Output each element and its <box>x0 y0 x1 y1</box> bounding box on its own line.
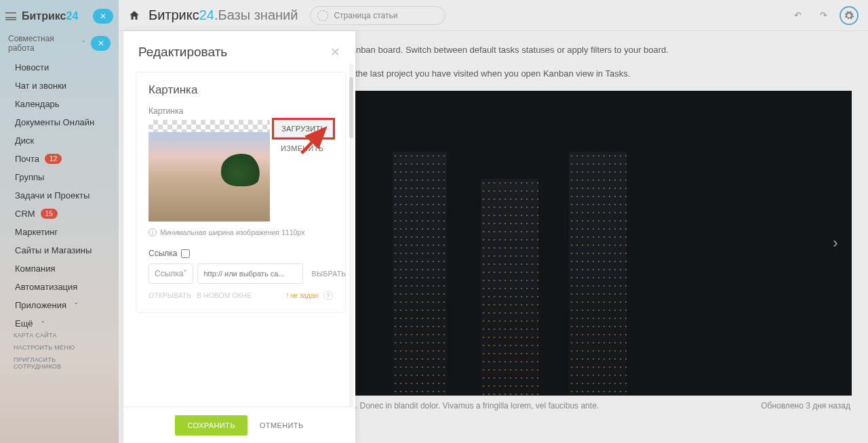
section-title: Совместная работа <box>8 34 79 53</box>
sidebar-item-label: Группы <box>15 172 44 182</box>
sidebar-item-label: Ещё <box>15 318 33 329</box>
choose-button[interactable]: ВЫБРАТЬ <box>307 263 350 284</box>
chevron-down-icon: ˅ <box>183 269 187 278</box>
sidebar-item-apps[interactable]: Приложения˅ <box>0 296 119 314</box>
sidebar-item-label: Диск <box>15 135 34 146</box>
hint-row: i Минимальная ширина изображения 1110px <box>149 228 333 236</box>
sidebar-item-calendar[interactable]: Календарь <box>0 95 119 113</box>
modal-body: Картинка Картинка ЗАГРУЗИТЬ ИЗМЕНИТЬ i М… <box>123 64 355 406</box>
edit-modal: Редактировать ✕ Картинка Картинка ЗАГРУЗ… <box>123 31 355 443</box>
sidebar-item-label: Сайты и Магазины <box>15 245 92 255</box>
field-label: Картинка <box>149 106 333 116</box>
scrollbar-thumb[interactable] <box>349 77 353 138</box>
sidebar-item-groups[interactable]: Группы <box>0 168 119 186</box>
sidebar-item-disk[interactable]: Диск <box>0 131 119 150</box>
save-button[interactable]: СОХРАНИТЬ <box>175 415 247 436</box>
link-controls: Ссылка ˅ ВЫБРАТЬ <box>149 263 333 284</box>
info-icon: i <box>149 228 157 236</box>
help-icon[interactable]: ? <box>323 291 333 300</box>
logo-text-1: Битрикс <box>22 10 66 22</box>
sidebar-item-more[interactable]: Ещё˅ <box>0 314 119 333</box>
sidebar-item-company[interactable]: Компания <box>0 259 119 278</box>
title-part: 24 <box>199 7 214 22</box>
left-sidebar: Битрикс24 ✕ Совместная работа ˄ ✕ Новост… <box>0 0 119 443</box>
sidebar-item-mail[interactable]: Почта12 <box>0 150 119 168</box>
link-configure-menu[interactable]: НАСТРОИТЬ МЕНЮ <box>14 344 105 351</box>
top-bar: Битрикс24.Базы знаний Страница статьи ↶ … <box>119 0 868 31</box>
open-mode: В НОВОМ ОКНЕ <box>197 291 252 299</box>
chevron-up-icon: ˄ <box>82 40 85 47</box>
url-input[interactable] <box>197 263 303 284</box>
menu-icon[interactable] <box>5 12 16 20</box>
sidebar-item-label: Компания <box>15 263 56 274</box>
logo-text-2: 24 <box>66 10 78 22</box>
sidebar-footer-links: КАРТА САЙТА НАСТРОИТЬ МЕНЮ ПРИГЛАСИТЬ СО… <box>0 332 119 375</box>
logo-row: Битрикс24 ✕ <box>0 4 119 28</box>
sidebar-item-label: CRM <box>15 209 35 219</box>
link-label: Ссылка <box>149 249 177 258</box>
topbar-actions: ↶ ↷ <box>788 6 859 25</box>
sidebar-item-label: Маркетинг <box>15 227 58 237</box>
decorative-building <box>569 152 627 396</box>
sidebar-item-label: Документы Онлайн <box>15 117 94 127</box>
gear-icon <box>844 10 854 21</box>
sidebar-item-label: Почта <box>15 154 39 164</box>
select-value: Ссылка <box>155 269 183 278</box>
sidebar-item-label: Новости <box>15 62 49 72</box>
sidebar-item-automation[interactable]: Автоматизация <box>0 278 119 296</box>
sidebar-item-sites[interactable]: Сайты и Магазины <box>0 241 119 259</box>
carousel-next-button[interactable]: › <box>825 232 846 254</box>
sidebar-item-docs[interactable]: Документы Онлайн <box>0 113 119 131</box>
open-mode-row: ОТКРЫВАТЬ В НОВОМ ОКНЕ ! не задан ? <box>149 291 333 300</box>
chevron-down-icon: ˅ <box>75 302 78 309</box>
badge-count: 15 <box>41 209 58 219</box>
section-header[interactable]: Совместная работа ˄ ✕ <box>0 28 119 58</box>
modal-header: Редактировать ✕ <box>123 31 355 64</box>
section-close-button[interactable]: ✕ <box>91 36 111 51</box>
title-part: .Базы знаний <box>214 7 298 22</box>
sidebar-item-tasks[interactable]: Задачи и Проекты <box>0 186 119 205</box>
badge-count: 12 <box>45 154 62 164</box>
page-type-selector[interactable]: Страница статьи <box>310 6 446 25</box>
sidebar-item-label: Календарь <box>15 99 60 109</box>
warning-text: ! не задан <box>287 292 318 299</box>
image-card: Картинка Картинка ЗАГРУЗИТЬ ИЗМЕНИТЬ i М… <box>136 72 346 313</box>
article-updated: Обновлено 3 дня назад <box>761 401 850 410</box>
image-preview[interactable] <box>149 120 270 222</box>
link-checkbox[interactable] <box>181 249 190 258</box>
sidebar-item-news[interactable]: Новости <box>0 58 119 77</box>
sidebar-item-label: Приложения <box>15 300 66 310</box>
title-part: Битрикс <box>149 7 199 22</box>
link-row: Ссылка <box>149 249 333 258</box>
sidebar-item-label: Автоматизация <box>15 282 77 292</box>
image-preview-row: ЗАГРУЗИТЬ ИЗМЕНИТЬ <box>149 120 333 222</box>
link-sitemap[interactable]: КАРТА САЙТА <box>14 332 105 339</box>
link-type-select[interactable]: Ссылка ˅ <box>149 263 193 284</box>
decorative-building <box>393 152 447 396</box>
hint-text: Минимальная ширина изображения 1110px <box>160 228 304 236</box>
upload-button[interactable]: ЗАГРУЗИТЬ <box>274 120 333 138</box>
settings-button[interactable] <box>840 6 859 25</box>
collapse-sidebar-button[interactable]: ✕ <box>93 9 113 24</box>
template-icon <box>317 10 328 21</box>
cancel-button[interactable]: ОТМЕНИТЬ <box>260 421 304 429</box>
sidebar-menu: Новости Чат и звонки Календарь Документы… <box>0 58 119 333</box>
close-icon[interactable]: ✕ <box>330 45 340 60</box>
card-title: Картинка <box>149 83 333 97</box>
sidebar-item-label: Чат и звонки <box>15 81 66 91</box>
link-invite[interactable]: ПРИГЛАСИТЬ СОТРУДНИКОВ <box>14 356 105 370</box>
open-label: ОТКРЫВАТЬ <box>149 291 191 299</box>
redo-button[interactable]: ↷ <box>814 6 833 25</box>
edit-image-button[interactable]: ИЗМЕНИТЬ <box>274 140 333 156</box>
home-icon[interactable] <box>128 9 140 22</box>
sidebar-item-marketing[interactable]: Маркетинг <box>0 223 119 241</box>
modal-title: Редактировать <box>138 45 227 60</box>
sidebar-item-chat[interactable]: Чат и звонки <box>0 77 119 95</box>
modal-footer: СОХРАНИТЬ ОТМЕНИТЬ <box>123 406 355 443</box>
decorative-building <box>481 179 538 396</box>
sidebar-item-crm[interactable]: CRM15 <box>0 205 119 223</box>
image-buttons: ЗАГРУЗИТЬ ИЗМЕНИТЬ <box>274 120 333 156</box>
preview-photo <box>149 132 270 222</box>
chevron-down-icon: ˅ <box>41 320 45 327</box>
undo-button[interactable]: ↶ <box>788 6 807 25</box>
